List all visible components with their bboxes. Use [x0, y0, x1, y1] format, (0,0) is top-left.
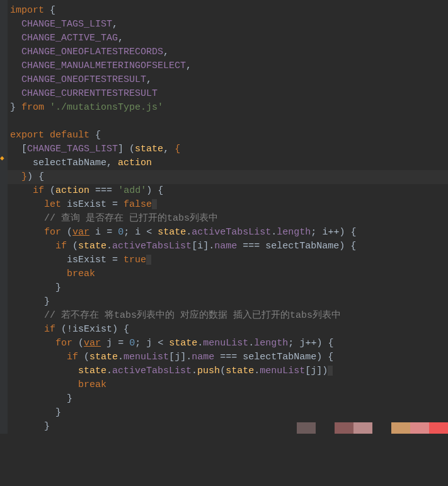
- identifier: selectTabName: [265, 241, 339, 252]
- keyword-break: break: [67, 269, 95, 279]
- keyword-for: for: [44, 227, 61, 238]
- property: length: [254, 338, 288, 349]
- identifier: isExist: [67, 199, 106, 210]
- trailing-space-marker: [146, 255, 151, 265]
- property: name: [214, 241, 237, 252]
- identifier: action: [55, 185, 89, 196]
- identifier: state: [169, 338, 197, 349]
- gutter[interactable]: [0, 0, 8, 434]
- keyword-break: break: [78, 379, 106, 390]
- number-literal: 0: [118, 227, 123, 238]
- code-area[interactable]: import { CHANGE_TAGS_LIST, CHANGE_ACTIVE…: [8, 0, 356, 434]
- keyword-if: if: [44, 324, 55, 335]
- identifier: selectTabName: [243, 352, 316, 362]
- identifier: state: [158, 227, 186, 238]
- identifier: state: [78, 241, 106, 252]
- keyword-if: if: [55, 241, 67, 252]
- property: activeTabsList: [192, 227, 271, 238]
- property: name: [192, 352, 214, 362]
- identifier: state: [89, 352, 118, 362]
- identifier: state: [78, 366, 106, 376]
- keyword-if: if: [67, 352, 78, 362]
- trailing-space-marker: [328, 366, 333, 376]
- identifier: j: [146, 338, 152, 349]
- warning-gutter-icon[interactable]: ◆: [0, 151, 4, 165]
- import-item: CHANGE_ONEOFTESTRESULT: [21, 74, 146, 85]
- code-editor[interactable]: import { CHANGE_TAGS_LIST, CHANGE_ACTIVE…: [0, 0, 448, 434]
- comment: // 查询 是否存在 已打开的tabs列表中: [44, 213, 218, 224]
- property: length: [277, 227, 311, 238]
- destructure-field: action: [118, 158, 152, 168]
- import-item: CHANGE_MANUALMETERINGOFSELECT: [21, 61, 186, 71]
- property: activeTabsList: [112, 366, 192, 376]
- operator: ===: [95, 185, 112, 196]
- param-state: state: [135, 144, 163, 154]
- comment: // 若不存在 将tabs列表中的 对应的数据 插入已打开的tabs列表中: [44, 310, 341, 321]
- property: activeTabsList: [112, 241, 192, 252]
- identifier: state: [226, 366, 254, 376]
- property: menuList: [203, 338, 248, 349]
- property: menuList: [123, 352, 169, 362]
- import-item: CHANGE_TAGS_LIST: [21, 19, 112, 30]
- keyword-var: var: [84, 338, 101, 349]
- increment: i++: [322, 227, 339, 238]
- keyword-export: export: [10, 130, 44, 141]
- trailing-space-marker: [152, 199, 157, 209]
- keyword-false: false: [123, 199, 152, 210]
- keyword-for: for: [55, 338, 72, 349]
- identifier: i: [135, 227, 141, 238]
- import-item: CHANGE_ONEOFLATESTRECORDS: [21, 47, 163, 57]
- identifier: i: [197, 241, 203, 252]
- property: menuList: [260, 366, 305, 376]
- number-literal: 0: [129, 338, 135, 349]
- identifier: j: [175, 352, 180, 362]
- identifier: j: [311, 366, 316, 376]
- keyword-let: let: [44, 199, 61, 210]
- computed-key: CHANGE_TAGS_LIST: [27, 144, 118, 154]
- identifier: isExist: [67, 255, 106, 265]
- keyword-true: true: [123, 255, 146, 265]
- identifier: j: [106, 338, 112, 349]
- destructure-field: selectTabName: [33, 158, 106, 168]
- method: push: [197, 366, 220, 376]
- expression: !isExist: [67, 324, 112, 335]
- increment: j++: [299, 338, 316, 349]
- import-source: './mutationsType.js': [50, 102, 163, 113]
- keyword-default: default: [50, 130, 89, 141]
- import-item: CHANGE_ACTIVE_TAG: [21, 33, 118, 43]
- keyword-from: from: [21, 102, 44, 113]
- keyword-var: var: [72, 227, 89, 238]
- import-item: CHANGE_CURRENTTESTRESULT: [21, 88, 158, 99]
- identifier: i: [95, 227, 101, 238]
- string-literal: 'add': [118, 185, 146, 196]
- keyword-if: if: [33, 185, 44, 196]
- keyword-import: import: [10, 5, 44, 16]
